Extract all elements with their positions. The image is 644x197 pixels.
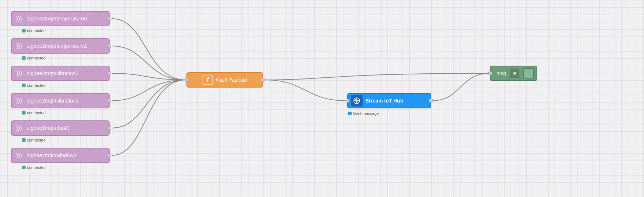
debug-msg-node[interactable]: msg ≡ [490,66,537,81]
mqtt-label-3: zigbee2mqtt/vibration1 [27,98,79,104]
mqtt-wave-icon-5: ))) [14,150,24,161]
status-dot-5 [22,166,26,169]
mqtt-node-5[interactable]: ))) zigbee2mqtt/window0 connected [11,148,110,163]
stream-label: Stream IoT Hub [365,98,403,104]
stream-icon [351,95,363,107]
mqtt-node-2[interactable]: ))) zigbee2mqtt/vibration0 connected [11,66,110,81]
mqtt-port-right-4[interactable] [107,126,111,130]
mqtt-wave-icon-1: ))) [14,41,24,51]
mqtt-status-0: connected [22,28,46,33]
debug-lines-icon: ≡ [510,69,519,78]
mqtt-wave-icon-2: ))) [14,68,24,78]
stream-iot-hub-node[interactable]: Stream IoT Hub Sent message [347,93,431,108]
stream-status: Sent message [348,111,379,116]
mqtt-label-2: zigbee2mqtt/vibration0 [27,70,79,76]
mqtt-status-4: connected [22,138,46,142]
mqtt-node-3[interactable]: ))) zigbee2mqtt/vibration1 connected [11,93,110,108]
mqtt-status-3: connected [22,111,46,115]
debug-square-icon [523,68,534,78]
mqtt-node-4[interactable]: ))) zigbee2mqtt/door0 connected [11,120,110,136]
mqtt-port-right-1[interactable] [107,44,111,48]
mqtt-port-right-3[interactable] [107,99,111,103]
debug-label: msg [496,70,506,76]
function-node-pack[interactable]: f Pack Payload [186,72,263,88]
mqtt-wave-icon-4: ))) [14,123,24,133]
status-dot-4 [22,138,26,142]
status-dot-2 [22,84,26,87]
mqtt-status-5: connected [22,165,46,170]
mqtt-node-0[interactable]: ))) zigbee2mqtt/temperature0 connected [11,11,110,26]
mqtt-wave-icon-3: ))) [14,96,24,106]
function-icon: f [202,75,213,85]
debug-port-left[interactable] [488,72,492,75]
mqtt-port-right-0[interactable] [107,17,111,20]
stream-port-right[interactable] [429,99,433,103]
sent-dot [348,112,352,115]
mqtt-node-1[interactable]: ))) zigbee2mqtt/temperature1 connected [11,38,110,54]
function-label: Pack Payload [216,77,247,83]
status-dot-1 [22,56,26,60]
status-dot-0 [22,29,26,32]
mqtt-port-right-5[interactable] [107,154,111,157]
pack-port-left[interactable] [185,78,189,82]
mqtt-port-right-2[interactable] [107,72,111,75]
pack-port-right[interactable] [261,78,265,82]
mqtt-label-1: zigbee2mqtt/temperature1 [27,43,87,49]
mqtt-status-2: connected [22,83,46,88]
mqtt-label-0: zigbee2mqtt/temperature0 [27,16,87,22]
mqtt-wave-icon-0: ))) [14,13,24,24]
mqtt-label-5: zigbee2mqtt/window0 [27,152,76,158]
mqtt-label-4: zigbee2mqtt/door0 [27,125,69,131]
mqtt-status-1: connected [22,56,46,60]
stream-port-left[interactable] [346,99,349,103]
status-dot-3 [22,111,26,115]
